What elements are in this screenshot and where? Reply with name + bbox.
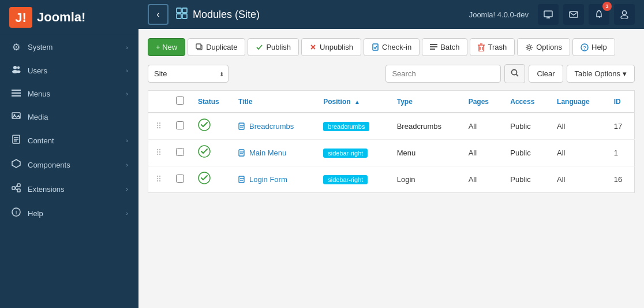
checkin-button[interactable]: Check-in [364,38,420,56]
search-input[interactable] [385,65,501,83]
status-cell[interactable] [191,140,231,166]
position-badge: sidebar-right [323,175,368,184]
content-area: + New Duplicate Publish Unpublish Check-… [138,29,644,308]
svg-point-67 [157,176,158,177]
table-row: Breadcrumbs breadcrumbs Breadcrumbs All … [148,113,635,140]
svg-point-5 [17,70,21,73]
page-title: Modules (Site) [193,9,469,21]
row-checkbox-cell[interactable] [169,140,191,166]
published-icon [198,147,211,160]
sidebar-item-components[interactable]: Components › [0,153,138,177]
sidebar-item-extensions[interactable]: Extensions › [0,177,138,201]
col-drag-header [148,91,170,113]
back-button[interactable]: ‹ [148,4,169,25]
drag-handle[interactable] [148,140,170,166]
row-checkbox-cell[interactable] [169,166,191,193]
sidebar-item-menus[interactable]: Menus › [0,82,138,105]
edit-icon [238,123,246,130]
table-row: Main Menu sidebar-right Menu All Public … [148,140,635,166]
svg-point-70 [159,178,160,179]
sidebar-item-help[interactable]: i Help › [0,201,138,225]
col-title-header[interactable]: Title [231,91,316,113]
chevron-right-icon: › [126,44,128,51]
search-button[interactable] [504,64,525,83]
status-cell[interactable] [191,166,231,193]
language-cell: All [550,166,607,193]
user-button[interactable] [614,4,635,25]
duplicate-button[interactable]: Duplicate [188,38,245,56]
edit-icon [238,149,246,157]
col-check-header[interactable] [169,91,191,113]
chevron-right-icon: › [126,137,128,144]
chevron-right-icon: › [126,161,128,168]
sidebar: J! Joomla! ⚙ System › Users › Menus › [0,0,138,308]
table-options-button[interactable]: Table Options ▾ [567,65,635,83]
clear-button[interactable]: Clear [529,65,563,83]
svg-point-64 [159,154,160,155]
type-cell: Menu [390,140,462,166]
trash-button[interactable]: Trash [470,38,515,56]
chevron-right-icon: › [126,67,128,74]
drag-handle[interactable] [148,113,170,140]
access-cell: Public [503,113,550,140]
sidebar-item-users[interactable]: Users › [0,59,138,82]
sidebar-item-label: System [28,43,53,51]
svg-rect-42 [430,49,435,50]
title-cell: Main Menu [231,140,316,166]
svg-rect-40 [430,44,437,45]
toolbar: + New Duplicate Publish Unpublish Check-… [148,38,635,56]
options-button[interactable]: Options [517,38,570,56]
svg-point-68 [159,176,160,177]
title-link[interactable]: Main Menu [238,149,309,157]
drag-handle[interactable] [148,166,170,193]
table-row: Login Form sidebar-right Login All Publi… [148,166,635,193]
id-cell: 17 [607,113,635,140]
position-badge: sidebar-right [323,149,368,158]
svg-text:J!: J! [15,10,27,25]
chevron-down-icon: ▾ [623,69,627,78]
help-icon: i [10,207,22,219]
sidebar-item-label: Components [28,161,70,169]
mail-button[interactable] [563,4,584,25]
sidebar-item-label: Menus [28,90,50,98]
system-icon: ⚙ [10,42,22,53]
sidebar-item-media[interactable]: Media [0,105,138,128]
row-checkbox-cell[interactable] [169,113,191,140]
sidebar-item-system[interactable]: ⚙ System › [0,35,138,59]
svg-point-49 [512,70,517,75]
title-link[interactable]: Breadcrumbs [238,122,309,131]
module-icon [175,7,188,23]
type-cell: Breadcrumbs [390,113,462,140]
batch-button[interactable]: Batch [422,38,467,56]
position-cell: sidebar-right [316,166,390,193]
menus-icon [10,88,22,99]
media-icon [10,112,22,122]
svg-rect-74 [239,176,244,183]
select-all-checkbox[interactable] [176,97,184,105]
svg-point-72 [159,180,160,181]
sidebar-item-label: Help [28,209,43,218]
site-select[interactable]: Site [148,65,229,83]
row-checkbox[interactable] [176,175,184,183]
sidebar-item-content[interactable]: Content › [0,128,138,153]
pages-cell: All [462,140,504,166]
svg-text:i: i [16,209,17,216]
svg-point-61 [157,151,158,153]
col-position-header[interactable]: Position ▲ [316,91,390,113]
language-cell: All [550,140,607,166]
row-checkbox[interactable] [176,121,184,129]
preview-button[interactable] [538,4,559,25]
position-cell: sidebar-right [316,140,390,166]
status-cell[interactable] [191,113,231,140]
unpublish-button[interactable]: Unpublish [301,38,361,56]
row-checkbox[interactable] [176,148,184,156]
publish-button[interactable]: Publish [248,38,299,56]
notifications-button[interactable]: 3 [589,4,609,25]
help-button[interactable]: ? Help [572,38,615,56]
new-button[interactable]: + New [148,38,185,56]
col-access-header: Access [503,91,550,113]
title-link[interactable]: Login Form [238,175,309,184]
svg-rect-24 [182,8,187,13]
sort-asc-icon: ▲ [354,99,360,105]
svg-point-53 [157,125,158,126]
